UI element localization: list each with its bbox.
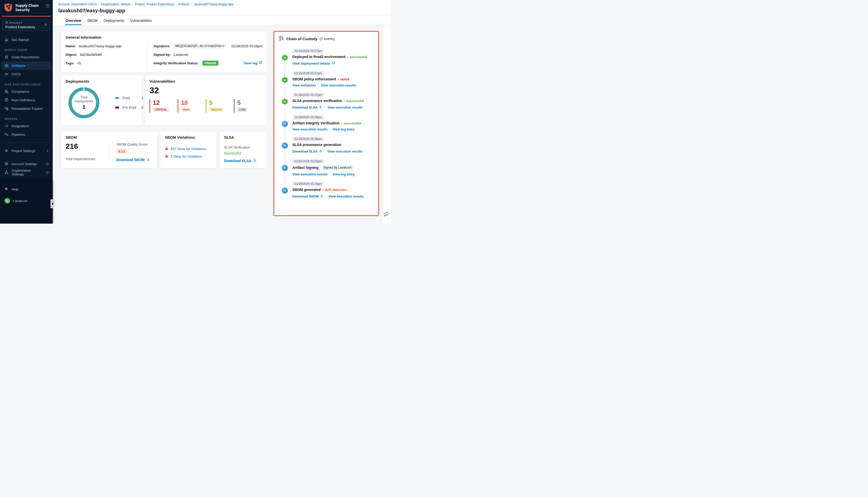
tab-vulnerabilities[interactable]: Vulnerabilities <box>130 16 152 25</box>
sidebar-item-label: Get Started <box>12 38 29 42</box>
breadcrumb: Account: Automation-SSCA › Organization:… <box>58 2 385 6</box>
layers-icon <box>4 162 9 166</box>
dash: - <box>341 121 342 125</box>
breadcrumb-separator: › <box>132 2 133 6</box>
download-slsa-link[interactable]: Download SLSA <box>224 159 251 163</box>
prod-swatch <box>115 97 119 99</box>
allow-list-violations-row: 637 Allow list Violations <box>165 146 212 151</box>
sidebar-item-code-repositories[interactable]: Code Repositories <box>0 53 53 61</box>
breadcrumb-project[interactable]: Project: Product Exploratory <box>135 2 174 6</box>
breadcrumb-organization[interactable]: Organization: default <box>101 2 130 6</box>
sidebar-item-label: Code Repositories <box>12 55 40 59</box>
breadcrumb-separator: › <box>99 2 100 6</box>
event-timestamp: 01/16/2025 03:26pm <box>292 115 324 119</box>
deny-list-violations-link[interactable]: 2 Deny list Violations <box>171 155 202 158</box>
event-title: SLSA provenance generation <box>292 143 341 147</box>
sidebar-item-cicd[interactable]: CI/CD <box>0 70 53 79</box>
user-name: Lavakush <box>13 199 28 203</box>
sidebar-item-account-settings[interactable]: Account Settings <box>0 159 53 168</box>
app-grid-icon[interactable] <box>45 4 50 9</box>
download-sbom-link[interactable]: Download SBOM <box>116 158 145 162</box>
status-badge: Passed <box>202 60 218 66</box>
view-execution-results-link[interactable]: View execution results <box>321 83 356 87</box>
sidebar-item-rule-definitions[interactable]: Rule Definitions <box>0 96 53 104</box>
page-title: lavakush07/easy-buggy-app <box>58 8 385 14</box>
deployments-legend: Prod 1 Pre Prod 0 <box>115 96 143 110</box>
breadcrumb-current[interactable]: lavakush07/easy-buggy-app <box>194 2 233 6</box>
legend-item-prod: Prod 1 <box>115 96 143 100</box>
sidebar-item-integrations[interactable]: Integrations <box>0 122 53 130</box>
download-slsa-link[interactable]: Download SLSA <box>292 105 317 109</box>
artifact-name: lavakush07/easy-buggy-app <box>79 44 121 48</box>
user-menu[interactable]: L Lavakush <box>0 197 53 205</box>
sidebar-item-artifacts[interactable]: Artifacts <box>1 61 51 70</box>
signed-by-label: Signed by: <box>154 53 171 57</box>
sidebar-collapse-handle[interactable] <box>50 199 54 208</box>
view-deployment-details-link[interactable]: View deployment details <box>292 61 330 65</box>
signed-by-value: Lavakush <box>174 53 188 57</box>
breadcrumb-artifacts[interactable]: Artifacts <box>178 2 190 6</box>
integrations-icon <box>4 124 9 128</box>
sidebar-item-get-started[interactable]: Get Started <box>0 36 53 44</box>
sidebar-item-label: Account Settings <box>12 162 37 166</box>
pipelines-icon <box>4 132 9 137</box>
card-title: SBOM Violations <box>165 135 212 140</box>
breadcrumb-account[interactable]: Account: Automation-SSCA <box>58 2 97 6</box>
chevron-right-icon <box>44 23 47 27</box>
tags-label: Tags: <box>66 61 74 65</box>
timeline-event: 01/16/2025 03:26pm Artifact Signing Sign… <box>282 159 374 176</box>
preprod-swatch <box>115 106 119 109</box>
severity-count: 5 <box>237 99 258 106</box>
view-violations-link[interactable]: View violations <box>292 83 316 87</box>
download-sbom-link[interactable]: Download SBOM <box>292 195 319 198</box>
allow-list-violations-link[interactable]: 637 Allow list Violations <box>171 147 206 151</box>
download-icon <box>319 105 322 110</box>
page-header: Account: Automation-SSCA › Organization:… <box>53 0 391 16</box>
event-timestamp: 01/16/2025 03:26pm <box>292 137 324 141</box>
pipeline-hexagon-icon: ∞ <box>282 77 288 83</box>
severity-badge: LOW <box>237 108 247 112</box>
project-name: Product Exploratory <box>5 25 44 29</box>
sidebar-item-label: Help <box>12 187 18 191</box>
sidebar-item-help[interactable]: ? Help <box>0 185 53 194</box>
download-slsa-link[interactable]: Download SLSA <box>292 150 317 153</box>
general-information-card: General Information Name:lavakush07/easy… <box>61 31 267 73</box>
dash: - <box>347 55 348 59</box>
event-status: failed <box>340 77 349 81</box>
main-area: Account: Automation-SSCA › Organization:… <box>53 0 391 224</box>
view-execution-results-link[interactable]: View execution results <box>327 150 362 153</box>
slsa-verification-label: SLSA Verification <box>224 145 262 149</box>
event-title: Deployed to Prod2 environment <box>292 55 346 59</box>
sidebar-item-pipelines[interactable]: Pipelines <box>0 130 53 139</box>
signature-date: 01/16/2025 03:26pm <box>231 44 262 48</box>
view-execution-results-link[interactable]: View execution results <box>292 172 328 176</box>
view-execution-results-link[interactable]: View execution results <box>329 195 364 198</box>
deployments-card: Deployments Total Deployments 1 <box>61 75 142 126</box>
sidebar-item-project-settings[interactable]: Project Settings <box>0 146 53 155</box>
sidebar-item-organization-settings[interactable]: Organization Settings <box>0 168 53 176</box>
card-title: SLSA <box>224 135 262 140</box>
project-selector[interactable]: PROJECT Product Exploratory <box>2 19 50 31</box>
view-execution-results-link[interactable]: View execution results <box>292 127 328 131</box>
digest-label: Digest: <box>66 53 77 57</box>
tab-overview[interactable]: Overview <box>66 16 81 25</box>
view-log-entry-link[interactable]: View log entry <box>333 127 355 131</box>
tags-value: v5 <box>77 61 81 65</box>
sbom-card: SBOM 216 Total Dependencies SBOM Quality… <box>61 131 158 169</box>
card-title: SBOM <box>66 135 153 140</box>
view-log-link[interactable]: View log <box>244 61 258 65</box>
severity-count: 12 <box>153 99 174 106</box>
signature-value: MEQCICde2VjIT...bL+2+mqnOXw== <box>173 43 226 48</box>
card-title: Deployments <box>66 79 138 83</box>
sidebar-item-remediation-tracker[interactable]: Remediation Tracker <box>0 104 53 113</box>
view-execution-results-link[interactable]: View execution results <box>327 105 362 109</box>
tab-deployments[interactable]: Deployments <box>104 16 124 25</box>
sidebar-item-compliance[interactable]: Compliance <box>0 87 53 96</box>
tab-sbom[interactable]: SBOM <box>87 16 98 25</box>
chat-support-icon[interactable] <box>383 211 389 218</box>
help-chat-icon: ? <box>4 187 9 191</box>
code-repository-icon <box>4 55 9 59</box>
event-title: SLSA provenance verification <box>292 99 342 103</box>
view-log-entry-link[interactable]: View log entry <box>333 172 355 176</box>
sbom-total-label: Total Dependencies <box>66 157 110 161</box>
